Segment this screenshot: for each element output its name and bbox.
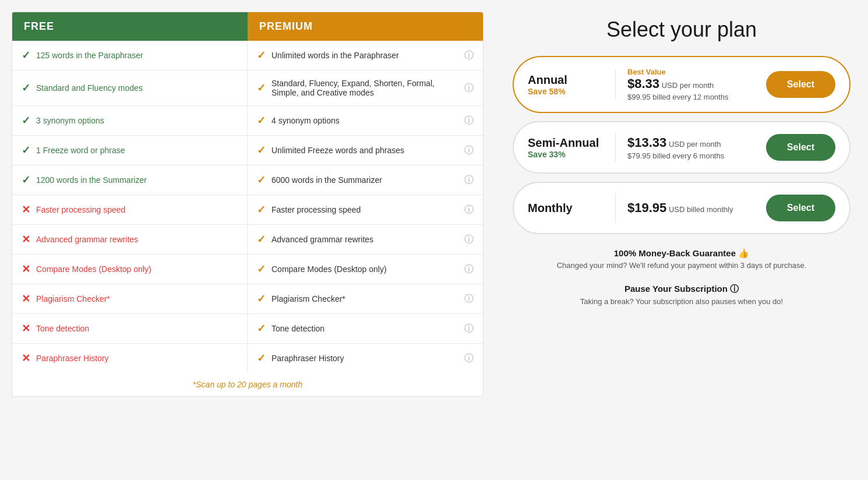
free-cell-6: ✕Advanced grammar rewrites <box>12 225 248 254</box>
table-row: ✕Compare Modes (Desktop only)✓Compare Mo… <box>12 255 483 284</box>
price-unit-semi-annual: USD per month <box>666 140 721 149</box>
price-sub-annual: $99.95 billed every 12 months <box>627 93 766 101</box>
comparison-table: FREE PREMIUM ✓125 words in the Paraphras… <box>12 12 484 397</box>
plan-name-monthly: Monthly <box>528 202 604 215</box>
free-cell-0: ✓125 words in the Paraphraser <box>12 41 248 70</box>
check-gold-icon: ✓ <box>257 114 266 127</box>
free-feature-text: 3 synonym options <box>36 116 104 125</box>
price-amount-annual: $8.33 <box>627 76 659 91</box>
check-gold-icon: ✓ <box>257 233 266 246</box>
table-body: ✓125 words in the Paraphraser✓Unlimited … <box>12 41 483 373</box>
check-gold-icon: ✓ <box>257 144 266 157</box>
free-cell-5: ✕Faster processing speed <box>12 195 248 224</box>
free-header: FREE <box>12 12 248 41</box>
info-icon[interactable]: ⓘ <box>464 234 474 246</box>
plan-price-block-monthly: $19.95 USD billed monthly <box>627 200 766 216</box>
table-row: ✕Faster processing speed✓Faster processi… <box>12 195 483 225</box>
premium-feature-text: 4 synonym options <box>271 116 340 125</box>
cross-icon: ✕ <box>22 203 30 216</box>
price-main-monthly: $19.95 USD billed monthly <box>627 200 766 216</box>
premium-feature-text: Advanced grammar rewrites <box>271 235 373 244</box>
check-gold-icon: ✓ <box>257 263 266 276</box>
free-cell-10: ✕Paraphraser History <box>12 344 248 373</box>
premium-cell-1: ✓Standard, Fluency, Expand, Shorten, For… <box>248 70 483 105</box>
price-main-annual: $8.33 USD per month <box>627 76 766 91</box>
free-feature-text: Advanced grammar rewrites <box>36 235 138 244</box>
check-icon: ✓ <box>22 144 30 157</box>
check-gold-icon: ✓ <box>257 292 266 305</box>
pause-title: Pause Your Subscription ⓘ <box>580 284 783 295</box>
premium-cell-0: ✓Unlimited words in the Paraphraserⓘ <box>248 41 483 70</box>
table-row: ✕Plagiarism Checker*✓Plagiarism Checker*… <box>12 284 483 314</box>
table-row: ✓1 Freeze word or phrase✓Unlimited Freez… <box>12 136 483 165</box>
premium-feature-text: Standard, Fluency, Expand, Shorten, Form… <box>271 79 458 97</box>
page-container: FREE PREMIUM ✓125 words in the Paraphras… <box>12 12 856 397</box>
info-icon[interactable]: ⓘ <box>464 204 474 216</box>
info-icon[interactable]: ⓘ <box>464 82 474 94</box>
info-icon[interactable]: ⓘ <box>464 115 474 127</box>
premium-header: PREMIUM <box>248 12 483 41</box>
check-icon: ✓ <box>22 82 30 94</box>
free-cell-1: ✓Standard and Fluency modes <box>12 70 248 105</box>
check-gold-icon: ✓ <box>257 352 266 365</box>
free-feature-text: Faster processing speed <box>36 205 125 214</box>
select-button-annual[interactable]: Select <box>766 71 835 98</box>
best-value-label: Best Value <box>627 68 766 76</box>
check-gold-icon: ✓ <box>257 203 266 216</box>
cross-icon: ✕ <box>22 292 30 305</box>
premium-feature-text: Faster processing speed <box>271 205 361 214</box>
premium-cell-2: ✓4 synonym optionsⓘ <box>248 106 483 135</box>
free-feature-text: Tone detection <box>36 324 89 333</box>
plan-divider-semi-annual <box>615 133 616 162</box>
info-icon[interactable]: ⓘ <box>464 352 474 365</box>
plan-title: Select your plan <box>606 17 757 42</box>
free-cell-2: ✓3 synonym options <box>12 106 248 135</box>
premium-cell-5: ✓Faster processing speedⓘ <box>248 195 483 224</box>
premium-label: PREMIUM <box>259 20 313 32</box>
cross-icon: ✕ <box>22 322 30 335</box>
check-gold-icon: ✓ <box>257 49 266 62</box>
info-icon[interactable]: ⓘ <box>464 323 474 335</box>
info-icon[interactable]: ⓘ <box>464 144 474 157</box>
plan-price-block-annual: Best Value$8.33 USD per month$99.95 bill… <box>627 68 766 101</box>
info-icon[interactable]: ⓘ <box>464 263 474 276</box>
free-feature-text: Compare Modes (Desktop only) <box>36 264 151 274</box>
cross-icon: ✕ <box>22 263 30 276</box>
premium-cell-8: ✓Plagiarism Checker*ⓘ <box>248 284 483 313</box>
plan-save-semi-annual: Save 33% <box>528 150 604 159</box>
check-gold-icon: ✓ <box>257 322 266 335</box>
table-row: ✕Advanced grammar rewrites✓Advanced gram… <box>12 225 483 255</box>
select-button-monthly[interactable]: Select <box>766 195 835 221</box>
free-cell-4: ✓1200 words in the Summarizer <box>12 165 248 195</box>
premium-feature-text: Tone detection <box>271 324 324 333</box>
free-feature-text: Plagiarism Checker* <box>36 294 110 303</box>
free-cell-7: ✕Compare Modes (Desktop only) <box>12 255 248 284</box>
footnote: *Scan up to 20 pages a month <box>12 373 483 396</box>
check-icon: ✓ <box>22 174 30 186</box>
check-gold-icon: ✓ <box>257 174 266 186</box>
info-icon[interactable]: ⓘ <box>464 50 474 62</box>
premium-feature-text: Compare Modes (Desktop only) <box>271 264 387 274</box>
plan-name-block-monthly: Monthly <box>528 202 604 215</box>
plan-save-annual: Save 58% <box>528 87 604 96</box>
info-icon[interactable]: ⓘ <box>464 293 474 305</box>
premium-feature-text: Unlimited Freeze words and phrases <box>271 146 404 155</box>
free-feature-text: Standard and Fluency modes <box>36 83 143 93</box>
price-main-semi-annual: $13.33 USD per month <box>627 135 766 150</box>
price-unit-monthly: USD billed monthly <box>666 205 733 214</box>
cross-icon: ✕ <box>22 233 30 246</box>
premium-feature-text: Unlimited words in the Paraphraser <box>271 51 399 60</box>
plan-name-annual: Annual <box>528 73 604 87</box>
info-icon[interactable]: ⓘ <box>464 174 474 186</box>
plan-card-monthly: Monthly$19.95 USD billed monthlySelect <box>513 182 851 234</box>
price-sub-semi-annual: $79.95 billed every 6 months <box>627 151 766 160</box>
plan-price-block-semi-annual: $13.33 USD per month$79.95 billed every … <box>627 135 766 160</box>
free-cell-8: ✕Plagiarism Checker* <box>12 284 248 313</box>
select-button-semi-annual[interactable]: Select <box>766 134 835 161</box>
table-row: ✓125 words in the Paraphraser✓Unlimited … <box>12 41 483 70</box>
table-row: ✓Standard and Fluency modes✓Standard, Fl… <box>12 70 483 106</box>
pause-text: Taking a break? Your subscription also p… <box>580 297 783 306</box>
plan-name-semi-annual: Semi-Annual <box>528 136 604 150</box>
table-row: ✕Paraphraser History✓Paraphraser History… <box>12 344 483 373</box>
check-gold-icon: ✓ <box>257 82 266 94</box>
